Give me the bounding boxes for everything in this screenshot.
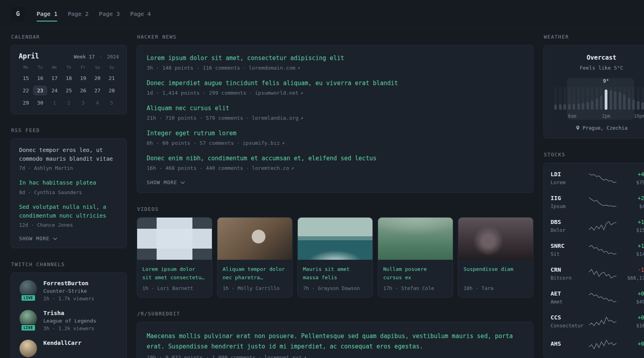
hn-title-link[interactable]: Aliquam nec cursus elit bbox=[147, 104, 524, 113]
twitch-channel-name[interactable]: ForrestBurton bbox=[43, 280, 94, 286]
stock-row[interactable]: SNRC Sit +1.36% $148.64 bbox=[550, 238, 644, 262]
video-card[interactable]: Nullam posuere cursus ex 17h · Stefan Co… bbox=[378, 217, 453, 298]
calendar-day-next-month: 1 bbox=[47, 98, 62, 108]
separator: · bbox=[99, 54, 103, 60]
stock-id: AET Amet bbox=[551, 290, 586, 305]
rss-show-more-button[interactable]: SHOW MORE bbox=[19, 235, 57, 241]
video-title-link[interactable]: Aliquam tempor dolor nec pharetra… bbox=[223, 265, 287, 282]
stock-row[interactable]: AHS +0.46% bbox=[550, 333, 644, 356]
hn-show-more-button[interactable]: SHOW MORE bbox=[147, 179, 185, 185]
rss-item-link[interactable]: Donec tempor eros leo, ut commodo mauris… bbox=[19, 146, 118, 163]
hn-meta: 1d · 1,414 points · 299 comments · ipsum… bbox=[147, 90, 524, 96]
show-more-label: SHOW MORE bbox=[147, 179, 177, 185]
hn-domain-link[interactable]: ipsumify.biz ↗ bbox=[242, 140, 285, 146]
twitch-channel[interactable]: KendallCarr bbox=[19, 340, 118, 358]
video-card[interactable]: Mauris sit amet massa felis 7h · Grayson… bbox=[297, 217, 373, 298]
twitch-channel[interactable]: LIVE ForrestBurton Counter-Strike 1h · 1… bbox=[19, 280, 118, 302]
calendar-week-label: Week 17 · 2024 bbox=[74, 54, 119, 60]
calendar-year: 2024 bbox=[107, 54, 119, 60]
calendar-day: 25 bbox=[62, 86, 76, 95]
external-link-icon: ↗ bbox=[301, 115, 303, 121]
calendar-dow: Fr bbox=[76, 65, 90, 71]
hn-meta: 16h · 468 points · 440 comments · loremt… bbox=[147, 165, 524, 171]
hn-meta-text: 21h · 710 points · 579 comments bbox=[147, 115, 243, 121]
stock-row[interactable]: AET Amet +0.92% $499.72 bbox=[550, 286, 644, 309]
twitch-channel-name[interactable]: Trisha bbox=[43, 310, 96, 316]
stock-symbol: AHS bbox=[551, 340, 586, 347]
hn-meta-text: 16h · 468 points · 440 comments bbox=[147, 165, 243, 171]
avatar-wrap: LIVE bbox=[19, 280, 37, 300]
tab-page-1[interactable]: Page 1 bbox=[31, 0, 62, 27]
videos-section-title: VIDEOS bbox=[137, 206, 533, 212]
stock-row[interactable]: IIG Ipsum +2.84% $42.04 bbox=[550, 190, 644, 214]
rss-item-link[interactable]: In hac habitasse platea bbox=[19, 179, 118, 187]
video-title-link[interactable]: Suspendisse diam bbox=[464, 265, 528, 282]
weather-feels-like: Feels like 5°C bbox=[551, 65, 644, 71]
video-thumbnail[interactable] bbox=[458, 218, 533, 260]
video-thumbnail[interactable] bbox=[298, 218, 372, 260]
stock-row[interactable]: CCS Consectetur +0.51% $165.84 bbox=[550, 309, 644, 333]
stocks-card: LDI Lorem +4.35% $795.18 IIG Ipsum bbox=[543, 163, 644, 358]
video-thumbnail[interactable] bbox=[137, 218, 212, 260]
stock-row[interactable]: CRN Bitcorn -1.00% $66,171.48 bbox=[550, 262, 644, 286]
subreddit-domain-link[interactable]: loremnet.xyz ↗ bbox=[264, 354, 306, 358]
hn-domain-link[interactable]: loremdomain.com ↗ bbox=[249, 65, 300, 71]
hn-domain-link[interactable]: loremtech.co ↗ bbox=[252, 165, 294, 171]
hn-meta-text: 6h · 60 points · 57 comments bbox=[147, 140, 234, 146]
videos-row: Lorem ipsum dolor sit amet consectetu… 1… bbox=[137, 217, 533, 298]
twitch-channel[interactable]: LIVE Trisha League of Legends 3h · 1.2k … bbox=[19, 310, 118, 331]
hn-domain-link[interactable]: ipsumworld.net ↗ bbox=[255, 90, 303, 96]
video-thumbnail[interactable] bbox=[378, 218, 453, 260]
stock-name: Consectetur bbox=[551, 323, 586, 329]
stock-id: SNRC Sit bbox=[551, 243, 586, 257]
separator: · bbox=[246, 115, 249, 121]
twitch-channel-game: League of Legends bbox=[43, 318, 96, 324]
video-thumbnail[interactable] bbox=[217, 218, 292, 260]
rss-item: Sed volutpat nulla nisl, a condimentum n… bbox=[19, 203, 118, 228]
tab-page-4[interactable]: Page 4 bbox=[125, 0, 156, 27]
calendar-day: 29 bbox=[19, 98, 33, 108]
subreddit-section-title: /R/SUBREDDIT bbox=[137, 311, 533, 317]
stock-id: CCS Consectetur bbox=[551, 314, 586, 329]
weather-peak-label: 9° bbox=[603, 78, 609, 84]
stocks-widget: STOCKS LDI Lorem +4.35% $795.18 IIG bbox=[543, 152, 644, 358]
hn-title-link[interactable]: Integer eget rutrum lorem bbox=[147, 129, 524, 138]
hn-title-link[interactable]: Donec imperdiet augue tincidunt felis al… bbox=[147, 79, 524, 88]
rss-item-link[interactable]: Sed volutpat nulla nisl, a condimentum n… bbox=[19, 203, 118, 220]
video-title-link[interactable]: Lorem ipsum dolor sit amet consectetu… bbox=[142, 265, 207, 282]
stock-price: $499.72 bbox=[620, 299, 644, 305]
external-link-icon: ↗ bbox=[301, 90, 303, 95]
stock-price: $148.64 bbox=[620, 251, 644, 257]
stock-values: +0.46% bbox=[620, 340, 644, 349]
hn-item: Lorem ipsum dolor sit amet, consectetur … bbox=[147, 54, 524, 71]
hn-title-link[interactable]: Donec enim nibh, condimentum et accumsan… bbox=[147, 154, 524, 163]
app-logo[interactable]: G bbox=[11, 7, 25, 21]
hn-meta: 21h · 710 points · 579 comments · loreml… bbox=[147, 115, 524, 121]
stock-symbol: CCS bbox=[551, 314, 586, 321]
hn-domain-link[interactable]: loremlandia.org ↗ bbox=[252, 115, 303, 121]
subreddit-domain-text: loremnet.xyz bbox=[264, 354, 302, 358]
weather-bar-chart bbox=[554, 87, 644, 110]
video-card[interactable]: Lorem ipsum dolor sit amet consectetu… 1… bbox=[137, 217, 212, 298]
calendar-day: 18 bbox=[62, 73, 76, 83]
tab-page-2[interactable]: Page 2 bbox=[62, 0, 93, 27]
show-more-label: SHOW MORE bbox=[19, 235, 50, 241]
hn-title-link[interactable]: Lorem ipsum dolor sit amet, consectetur … bbox=[147, 54, 524, 62]
dashboard-grid: CALENDAR April Week 17 · 2024 Mo Tu We T… bbox=[0, 28, 644, 358]
video-card[interactable]: Aliquam tempor dolor nec pharetra… 1h · … bbox=[217, 217, 293, 298]
stock-row[interactable]: DBS Dolor +1.42% $156.28 bbox=[550, 214, 644, 238]
rss-item-meta: 7d · Ashlyn Martin bbox=[19, 165, 118, 171]
weather-hour-label: 6am bbox=[568, 113, 576, 119]
video-card[interactable]: Suspendisse diam 18h · Tara bbox=[458, 217, 533, 298]
external-link-icon: ↗ bbox=[282, 140, 285, 146]
stock-row[interactable]: LDI Lorem +4.35% $795.18 bbox=[550, 166, 644, 190]
video-title-link[interactable]: Nullam posuere cursus ex bbox=[383, 265, 448, 282]
twitch-section-title: TWITCH CHANNELS bbox=[11, 261, 126, 267]
rss-item-meta: 12d · Chance Jones bbox=[19, 222, 118, 228]
stock-values: +0.92% $499.72 bbox=[620, 290, 644, 305]
subreddit-post-link[interactable]: Maecenas mollis pulvinar erat non posuer… bbox=[147, 331, 524, 352]
calendar-dow: Su bbox=[105, 65, 119, 71]
tab-page-3[interactable]: Page 3 bbox=[94, 0, 125, 27]
twitch-channel-name[interactable]: KendallCarr bbox=[43, 340, 81, 346]
video-title-link[interactable]: Mauris sit amet massa felis bbox=[303, 265, 367, 282]
